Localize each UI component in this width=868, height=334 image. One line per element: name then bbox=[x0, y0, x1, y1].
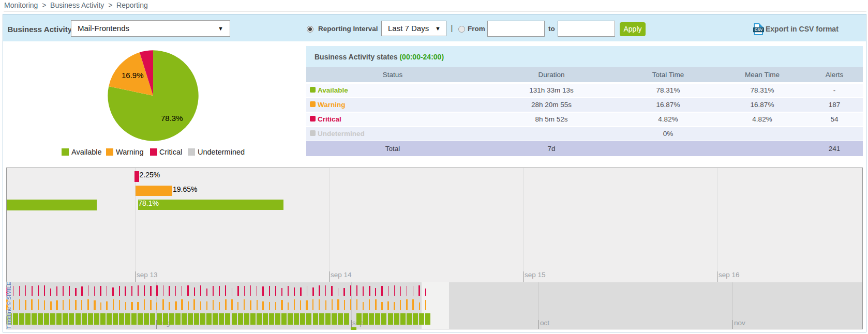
svg-text:CSV: CSV bbox=[754, 27, 763, 32]
